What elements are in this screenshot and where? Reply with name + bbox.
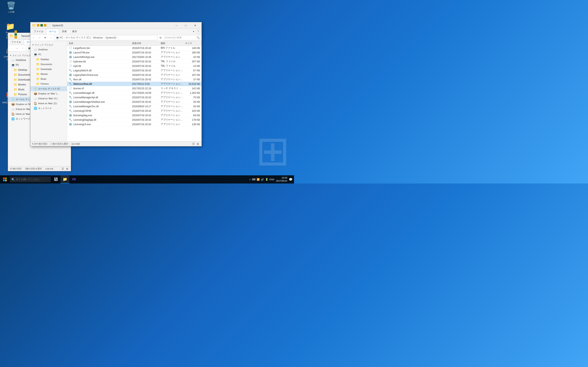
folder-icon-title: 📁 [9,34,14,38]
status-bar-left: 13 個の項目 1個の項目を選択 4.68 KB ☰ ⊞ [8,166,71,171]
recent-button-right[interactable]: ▼ [43,35,48,40]
forward-button-left[interactable]: → [15,46,19,51]
table-row[interactable]: ⚙️LicensingUI.exe 2016/07/16 20:42 アプリケー… [67,122,201,127]
up-button-left[interactable]: ↑ [20,46,25,51]
table-row[interactable]: 🔧libtensorflow.dll 2017/05/12 9:02 アプリケー… [67,82,201,86]
sidebar-item-music-right[interactable]: 📁Music [30,76,67,81]
details-view-icon-right[interactable]: ⊞ [196,142,200,146]
view-icons-left[interactable]: ☰ ⊞ [61,167,69,171]
sidebar-right: ▼ クイック アクセス ☁️OneDrive 💻PC 📁Desktop 📁Doc… [30,41,67,141]
status-count-left: 13 個の項目 [9,167,22,170]
start-button[interactable] [0,175,10,184]
explorer-window-right[interactable]: 📁 System32 ─ □ ✕ ファイル ホーム 共有 表示 ▼ ? ← → … [30,22,202,146]
table-row[interactable]: 📄lcphrase.tbl 2016/07/16 20:42 TBL ファイル … [67,59,201,64]
volume-icon[interactable]: 🔊 [261,178,264,181]
windows-logo-area: ⊞ [233,0,294,175]
address-path-right[interactable]: 💻 PC › ローカル ディスク (C:) › Windows › System… [54,35,157,40]
up-button-right[interactable]: ↑ [48,35,53,40]
table-row[interactable]: ⚙️LicenseManagerShellext.exe 2016/07/16 … [67,100,201,104]
sidebar-item-icloud-right[interactable]: ☁️iCloud on 'Mac' (Y:) [30,96,67,101]
help-button-right[interactable]: ? [196,29,201,34]
tab-home-right[interactable]: ホーム [46,29,59,34]
tab-file-right[interactable]: ファイル [31,29,46,34]
tab-share-right[interactable]: 共有 [60,29,69,34]
recycle-bin-icon[interactable]: 🗑️ ごみ箱 [3,2,19,13]
list-view-icon-left[interactable]: ☰ [61,167,65,171]
notification-icon[interactable]: 💬 [289,178,292,181]
sidebar-item-network-right[interactable]: 🌐ネットワーク [30,106,67,111]
table-row[interactable]: 🔧LegacyNetUX.dll 2016/07/16 20:42 アプリケーシ… [67,68,201,73]
tab-file-left[interactable]: ファイル [9,40,24,45]
task-view-icon [54,178,58,181]
lang-label: ENG [269,178,274,181]
col-type-header[interactable]: 種類 [160,42,184,45]
close-button-right[interactable]: ✕ [190,22,200,29]
sidebar-item-desktop-right[interactable]: 📁Desktop [30,57,67,62]
table-row[interactable]: 📄license.rtf 2017/02/15 22:19 リッチ テキスト ド… [67,86,201,91]
details-view-icon-left[interactable]: ⊞ [65,167,69,171]
col-size-header[interactable]: サイズ [184,42,201,45]
sidebar-item-movies-right[interactable]: 📁Movies [30,72,67,76]
view-icons-right[interactable]: ☰ ⊞ [191,142,200,146]
ribbon-chevron-right[interactable]: ▼ [192,30,195,33]
table-row[interactable]: ⚙️LaunchWinApp.exe 2017/03/04 15:36 アプリケ… [67,55,201,59]
sidebar-item-onedrive-right[interactable]: ☁️OneDrive [30,47,67,52]
parallels-img: 📁 [6,22,14,31]
table-row[interactable]: ⚙️LaunchTM.exe 2016/07/16 20:42 アプリケーション… [67,50,201,55]
window-controls-right[interactable]: ─ □ ✕ [172,22,200,29]
sidebar-item-home-mac-right[interactable]: 🏠Home on 'Mac' (Z:) [30,101,67,106]
taskbar-search[interactable]: 🔍 [10,176,51,182]
task-view-button[interactable] [52,175,61,184]
svg-rect-3 [5,180,7,181]
sidebar-item-pc-right[interactable]: 💻PC [30,52,67,57]
table-row[interactable]: 🔧LicensingCSPdll 2016/07/16 20:42 アプリケーシ… [67,109,201,113]
table-row[interactable]: 🔧LicenseManager.dll 2017/03/04 16:09 アプリ… [67,91,201,95]
table-row[interactable]: 🔧LicenseManagerApi.dll 2016/07/16 20:42 … [67,95,201,100]
sidebar-item-dropbox-right[interactable]: 📦Dropbox on 'Mac' (... [30,91,67,96]
sidebar-item-downloads-right[interactable]: 📁Downloads [30,67,67,72]
sidebar-item-documents-right[interactable]: 📁Documents [30,62,67,67]
search-icon-right: 🔍 [197,36,200,39]
addressbar-right: ← → ▼ ↑ 💻 PC › ローカル ディスク (C:) › Windows … [30,34,201,41]
list-view-icon-right[interactable]: ☰ [191,142,195,146]
battery-icon[interactable]: 🔋 [265,178,268,181]
table-row[interactable]: ⚙️licensingdiag.exe 2016/07/16 20:42 アプリ… [67,113,201,118]
status-selected-left: 1個の項目を選択 [25,167,42,170]
refresh-button-right[interactable]: ↻ [158,35,163,40]
col-date-header[interactable]: 更新日時 [131,42,160,45]
table-row[interactable]: 🔧LicensingDiagSpp.dll 2016/07/16 20:42 ア… [67,118,201,122]
table-row[interactable]: 📄LargeRoom.bin 2016/07/16 20:42 BIN ファイル… [67,46,201,50]
table-row[interactable]: ⚙️LegacyNetUXHost.exe 2016/07/16 20:42 ア… [67,73,201,77]
back-button-right[interactable]: ← [31,35,36,40]
status-size-right: 32.8 MB [71,143,80,145]
network-icon[interactable]: 📶 [257,178,260,181]
tab-view-right[interactable]: 表示 [70,29,79,34]
col-name-header[interactable]: 名前 [68,42,131,45]
taskbar-clock[interactable]: 23:50 2017/05/15 [276,176,287,183]
minimize-button-right[interactable]: ─ [172,22,181,29]
forward-button-right[interactable]: → [37,35,42,40]
folder-icon-title-right: 📁 [32,24,36,27]
recycle-bin-label: ごみ箱 [8,11,15,13]
recycle-bin-img: 🗑️ [7,2,15,10]
table-row[interactable]: 🔧LicenseManagerSvc.dll 2016/08/20 14:17 … [67,104,201,109]
table-row[interactable]: 🔧lfsvc.dll 2016/07/16 20:42 アプリケーション拡張 3… [67,77,201,82]
clock-time: 23:50 [276,176,287,179]
back-button-left[interactable]: ← [9,46,14,51]
table-row[interactable]: 📄lcptr.tbl 2016/07/16 20:42 TBL ファイル 24 … [67,64,201,68]
keyboard-icon[interactable]: ⌨ [252,178,255,181]
sidebar-item-pictures-right[interactable]: 📁Pictures [30,81,67,86]
file-list-header-right: 名前 更新日時 種類 サイズ [67,41,201,46]
sidebar-item-localdisk-right[interactable]: 💿ローカル ディスク (C: [30,86,67,91]
taskbar-search-input[interactable] [16,178,49,181]
windows-logo-icon [3,178,7,181]
visual-studio-button[interactable]: VS [69,175,78,184]
maximize-button-right[interactable]: □ [181,22,190,29]
chevron-up-icon[interactable]: ∧ [249,178,251,181]
file-explorer-button[interactable]: 📁 [61,175,69,184]
status-count-right: 4,144 個の項目 [32,142,47,145]
status-bar-right: 4,144 個の項目 1 個の項目を選択 32.8 MB ☰ ⊞ [30,141,201,146]
file-explorer-icon: 📁 [63,177,67,182]
search-box-right[interactable]: System32の検索 🔍 [164,35,201,40]
svg-rect-6 [54,179,56,181]
